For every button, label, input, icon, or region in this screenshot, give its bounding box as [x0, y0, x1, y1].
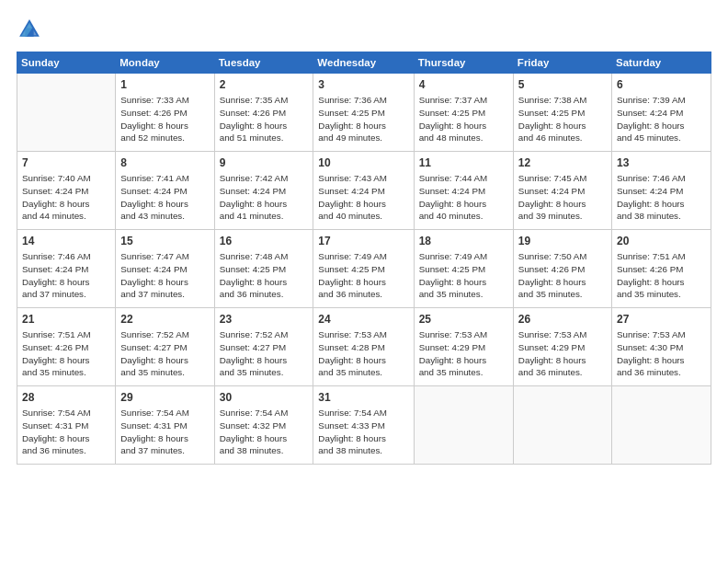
day-number: 12 — [518, 155, 607, 170]
day-number: 27 — [617, 312, 706, 327]
day-number: 20 — [617, 234, 706, 248]
calendar-cell: 29Sunrise: 7:54 AM Sunset: 4:31 PM Dayli… — [116, 386, 214, 465]
day-number: 23 — [220, 312, 309, 327]
day-info: Sunrise: 7:47 AM Sunset: 4:24 PM Dayligh… — [120, 250, 209, 301]
day-number: 30 — [220, 390, 309, 405]
day-info: Sunrise: 7:41 AM Sunset: 4:24 PM Dayligh… — [120, 172, 209, 223]
calendar-cell — [513, 386, 611, 465]
day-number: 1 — [120, 77, 209, 92]
day-number: 5 — [518, 77, 607, 92]
calendar-cell: 5Sunrise: 7:38 AM Sunset: 4:25 PM Daylig… — [513, 74, 611, 152]
calendar-cell: 11Sunrise: 7:44 AM Sunset: 4:24 PM Dayli… — [414, 152, 513, 230]
calendar-cell: 26Sunrise: 7:53 AM Sunset: 4:29 PM Dayli… — [513, 308, 611, 386]
calendar-cell: 6Sunrise: 7:39 AM Sunset: 4:24 PM Daylig… — [611, 74, 711, 152]
page: SundayMondayTuesdayWednesdayThursdayFrid… — [0, 0, 728, 563]
calendar-cell: 24Sunrise: 7:53 AM Sunset: 4:28 PM Dayli… — [313, 308, 414, 386]
day-info: Sunrise: 7:54 AM Sunset: 4:32 PM Dayligh… — [220, 407, 309, 457]
day-number: 4 — [419, 77, 508, 92]
weekday-header-row: SundayMondayTuesdayWednesdayThursdayFrid… — [17, 52, 711, 74]
day-info: Sunrise: 7:49 AM Sunset: 4:25 PM Dayligh… — [318, 250, 408, 301]
header — [17, 17, 711, 42]
day-info: Sunrise: 7:54 AM Sunset: 4:31 PM Dayligh… — [120, 407, 209, 457]
day-info: Sunrise: 7:53 AM Sunset: 4:29 PM Dayligh… — [518, 328, 607, 379]
weekday-sunday: Sunday — [17, 52, 116, 74]
day-info: Sunrise: 7:44 AM Sunset: 4:24 PM Dayligh… — [419, 172, 508, 223]
day-info: Sunrise: 7:53 AM Sunset: 4:28 PM Dayligh… — [318, 328, 408, 379]
logo-icon — [17, 17, 42, 42]
day-info: Sunrise: 7:52 AM Sunset: 4:27 PM Dayligh… — [220, 328, 309, 379]
day-info: Sunrise: 7:33 AM Sunset: 4:26 PM Dayligh… — [120, 94, 209, 144]
calendar-cell: 3Sunrise: 7:36 AM Sunset: 4:25 PM Daylig… — [313, 74, 414, 152]
day-number: 24 — [318, 312, 408, 327]
day-number: 18 — [419, 234, 508, 248]
week-row-4: 21Sunrise: 7:51 AM Sunset: 4:26 PM Dayli… — [17, 308, 711, 386]
calendar-cell — [17, 74, 116, 152]
day-number: 22 — [120, 312, 209, 327]
weekday-saturday: Saturday — [611, 52, 711, 74]
day-info: Sunrise: 7:39 AM Sunset: 4:24 PM Dayligh… — [617, 94, 706, 144]
calendar-cell: 13Sunrise: 7:46 AM Sunset: 4:24 PM Dayli… — [611, 152, 711, 230]
week-row-3: 14Sunrise: 7:46 AM Sunset: 4:24 PM Dayli… — [17, 230, 711, 308]
weekday-thursday: Thursday — [414, 52, 513, 74]
weekday-friday: Friday — [513, 52, 611, 74]
day-number: 28 — [22, 390, 110, 405]
day-number: 9 — [220, 155, 309, 170]
day-number: 25 — [419, 312, 508, 327]
day-info: Sunrise: 7:35 AM Sunset: 4:26 PM Dayligh… — [220, 94, 309, 144]
day-info: Sunrise: 7:50 AM Sunset: 4:26 PM Dayligh… — [518, 250, 607, 301]
day-info: Sunrise: 7:54 AM Sunset: 4:33 PM Dayligh… — [318, 407, 408, 457]
calendar-cell: 16Sunrise: 7:48 AM Sunset: 4:25 PM Dayli… — [214, 230, 313, 308]
calendar-cell: 27Sunrise: 7:53 AM Sunset: 4:30 PM Dayli… — [611, 308, 711, 386]
calendar-cell: 30Sunrise: 7:54 AM Sunset: 4:32 PM Dayli… — [214, 386, 313, 465]
day-number: 29 — [120, 390, 209, 405]
day-number: 2 — [220, 77, 309, 92]
calendar-cell: 4Sunrise: 7:37 AM Sunset: 4:25 PM Daylig… — [414, 74, 513, 152]
day-number: 26 — [518, 312, 607, 327]
calendar-cell: 25Sunrise: 7:53 AM Sunset: 4:29 PM Dayli… — [414, 308, 513, 386]
day-info: Sunrise: 7:48 AM Sunset: 4:25 PM Dayligh… — [220, 250, 309, 301]
logo — [17, 17, 46, 42]
calendar-cell: 7Sunrise: 7:40 AM Sunset: 4:24 PM Daylig… — [17, 152, 116, 230]
calendar-cell: 23Sunrise: 7:52 AM Sunset: 4:27 PM Dayli… — [214, 308, 313, 386]
day-number: 14 — [22, 234, 110, 248]
day-info: Sunrise: 7:46 AM Sunset: 4:24 PM Dayligh… — [22, 250, 110, 301]
week-row-2: 7Sunrise: 7:40 AM Sunset: 4:24 PM Daylig… — [17, 152, 711, 230]
day-number: 19 — [518, 234, 607, 248]
calendar-cell: 22Sunrise: 7:52 AM Sunset: 4:27 PM Dayli… — [116, 308, 214, 386]
day-number: 8 — [120, 155, 209, 170]
calendar-cell: 8Sunrise: 7:41 AM Sunset: 4:24 PM Daylig… — [116, 152, 214, 230]
calendar-cell: 28Sunrise: 7:54 AM Sunset: 4:31 PM Dayli… — [17, 386, 116, 465]
day-info: Sunrise: 7:49 AM Sunset: 4:25 PM Dayligh… — [419, 250, 508, 301]
calendar-cell: 1Sunrise: 7:33 AM Sunset: 4:26 PM Daylig… — [116, 74, 214, 152]
day-info: Sunrise: 7:53 AM Sunset: 4:30 PM Dayligh… — [617, 328, 706, 379]
calendar-cell — [611, 386, 711, 465]
day-number: 21 — [22, 312, 110, 327]
calendar-cell: 15Sunrise: 7:47 AM Sunset: 4:24 PM Dayli… — [116, 230, 214, 308]
day-info: Sunrise: 7:46 AM Sunset: 4:24 PM Dayligh… — [617, 172, 706, 223]
day-info: Sunrise: 7:45 AM Sunset: 4:24 PM Dayligh… — [518, 172, 607, 223]
day-number: 6 — [617, 77, 706, 92]
calendar-cell: 12Sunrise: 7:45 AM Sunset: 4:24 PM Dayli… — [513, 152, 611, 230]
day-number: 11 — [419, 155, 508, 170]
week-row-5: 28Sunrise: 7:54 AM Sunset: 4:31 PM Dayli… — [17, 386, 711, 465]
week-row-1: 1Sunrise: 7:33 AM Sunset: 4:26 PM Daylig… — [17, 74, 711, 152]
day-info: Sunrise: 7:38 AM Sunset: 4:25 PM Dayligh… — [518, 94, 607, 144]
day-info: Sunrise: 7:52 AM Sunset: 4:27 PM Dayligh… — [120, 328, 209, 379]
day-number: 15 — [120, 234, 209, 248]
calendar-cell — [414, 386, 513, 465]
calendar-cell: 20Sunrise: 7:51 AM Sunset: 4:26 PM Dayli… — [611, 230, 711, 308]
day-info: Sunrise: 7:54 AM Sunset: 4:31 PM Dayligh… — [22, 407, 110, 457]
day-number: 31 — [318, 390, 408, 405]
day-info: Sunrise: 7:40 AM Sunset: 4:24 PM Dayligh… — [22, 172, 110, 223]
day-info: Sunrise: 7:53 AM Sunset: 4:29 PM Dayligh… — [419, 328, 508, 379]
calendar-cell: 2Sunrise: 7:35 AM Sunset: 4:26 PM Daylig… — [214, 74, 313, 152]
day-info: Sunrise: 7:51 AM Sunset: 4:26 PM Dayligh… — [617, 250, 706, 301]
day-number: 10 — [318, 155, 408, 170]
weekday-tuesday: Tuesday — [214, 52, 313, 74]
calendar: SundayMondayTuesdayWednesdayThursdayFrid… — [17, 52, 711, 465]
calendar-cell: 17Sunrise: 7:49 AM Sunset: 4:25 PM Dayli… — [313, 230, 414, 308]
calendar-cell: 10Sunrise: 7:43 AM Sunset: 4:24 PM Dayli… — [313, 152, 414, 230]
weekday-monday: Monday — [116, 52, 214, 74]
calendar-cell: 18Sunrise: 7:49 AM Sunset: 4:25 PM Dayli… — [414, 230, 513, 308]
day-number: 17 — [318, 234, 408, 248]
